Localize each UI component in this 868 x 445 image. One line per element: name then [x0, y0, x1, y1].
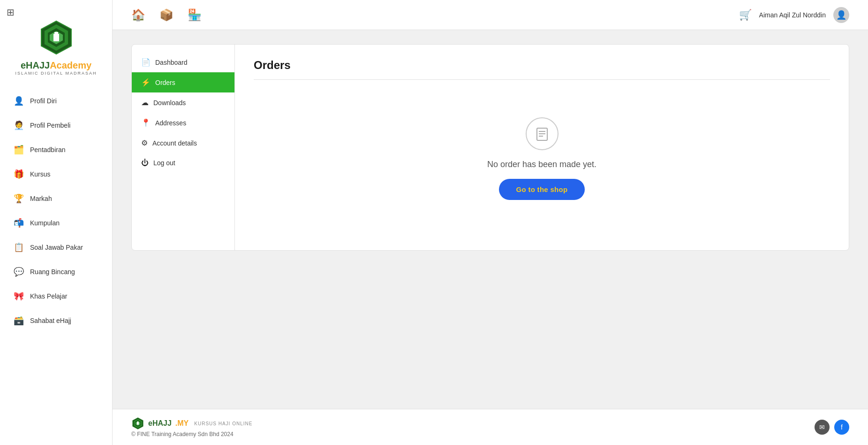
sidebar-item-label: Soal Jawab Pakar: [30, 244, 83, 251]
svg-rect-4: [53, 34, 59, 41]
footer-copyright: © FINE Training Academy Sdn Bhd 2024: [131, 431, 252, 437]
kumpulan-icon: 📬: [12, 216, 25, 230]
account-menu-orders[interactable]: ⚡ Orders: [132, 72, 234, 92]
logo-academy: Academy: [50, 60, 91, 71]
sidebar-item-kursus[interactable]: 🎁 Kursus: [5, 163, 107, 185]
footer-logo-text: eHAJJ: [148, 419, 172, 428]
svg-rect-5: [54, 32, 58, 34]
sidebar-item-label: Profil Pembeli: [30, 122, 70, 129]
footer-logo-suffix: .MY: [175, 419, 189, 428]
empty-orders-icon: [526, 117, 559, 150]
khas-pelajar-icon: 🎀: [12, 290, 25, 303]
footer: eHAJJ.MY KURSUS HAJI ONLINE © FINE Train…: [113, 409, 868, 445]
sidebar-toggle-icon[interactable]: ⊞: [7, 7, 15, 18]
logo-hajj: HAJJ: [26, 60, 50, 71]
avatar-icon: 👤: [836, 10, 846, 20]
footer-logo-icon: [131, 417, 144, 430]
home-icon[interactable]: 🏠: [131, 8, 145, 22]
main-area: ⊞ 🏠 📦 🏪 🛒 Aiman Aqil Zul Norddin 👤 📄 Das…: [113, 0, 868, 445]
cart-icon[interactable]: 🛒: [739, 9, 752, 21]
sidebar-item-pentadbiran[interactable]: 🗂️ Pentadbiran: [5, 138, 107, 161]
account-menu-account-details-label: Account details: [152, 139, 197, 147]
brand-logo: [38, 19, 75, 56]
orders-content: Orders No order has been made yet. Go to…: [235, 45, 849, 250]
sidebar-item-soal-jawab[interactable]: 📋 Soal Jawab Pakar: [5, 236, 107, 259]
content-area: 📄 Dashboard ⚡ Orders ☁ Downloads 📍 Addre…: [113, 30, 868, 409]
sidebar-item-label: Markah: [30, 195, 52, 202]
sidebar-item-khas-pelajar[interactable]: 🎀 Khas Pelajar: [5, 285, 107, 307]
svg-rect-15: [137, 422, 139, 422]
sidebar-item-profil-diri[interactable]: 👤 Profil Diri: [5, 90, 107, 112]
account-menu-dashboard[interactable]: 📄 Dashboard: [132, 52, 234, 72]
user-avatar[interactable]: 👤: [833, 7, 849, 23]
sidebar-item-label: Sahabat eHajj: [30, 317, 71, 324]
account-menu-dashboard-label: Dashboard: [155, 59, 188, 66]
user-name: Aiman Aqil Zul Norddin: [759, 11, 826, 19]
account-menu-logout-label: Log out: [153, 159, 175, 167]
sidebar-item-kumpulan[interactable]: 📬 Kumpulan: [5, 212, 107, 234]
logout-icon: ⏻: [141, 159, 149, 167]
downloads-icon: ☁: [141, 98, 149, 107]
sidebar-item-label: Kumpulan: [30, 219, 60, 227]
account-menu-downloads-label: Downloads: [153, 99, 186, 107]
sidebar: eHAJJAcademy ISLAMIC DIGITAL MADRASAH 👤 …: [0, 0, 113, 445]
account-menu-addresses[interactable]: 📍 Addresses: [132, 113, 234, 133]
sidebar-item-label: Kursus: [30, 170, 51, 178]
top-nav-right: 🛒 Aiman Aqil Zul Norddin 👤: [739, 7, 849, 23]
footer-logo: eHAJJ.MY KURSUS HAJI ONLINE: [131, 417, 252, 430]
kursus-icon: 🎁: [12, 168, 25, 181]
store-icon[interactable]: 🏪: [188, 8, 202, 22]
go-to-shop-button[interactable]: Go to the shop: [499, 179, 584, 200]
account-details-icon: ⚙: [141, 138, 148, 147]
account-card: 📄 Dashboard ⚡ Orders ☁ Downloads 📍 Addre…: [131, 44, 849, 251]
logo-area: eHAJJAcademy ISLAMIC DIGITAL MADRASAH: [15, 9, 97, 90]
facebook-social-icon[interactable]: f: [834, 420, 849, 435]
account-menu-orders-label: Orders: [155, 79, 175, 86]
sidebar-item-profil-pembeli[interactable]: 🧑‍💼 Profil Pembeli: [5, 114, 107, 137]
ruang-bincang-icon: 💬: [12, 265, 25, 278]
page-title: Orders: [254, 59, 830, 80]
dashboard-icon: 📄: [141, 58, 151, 67]
account-sidebar: 📄 Dashboard ⚡ Orders ☁ Downloads 📍 Addre…: [132, 45, 235, 250]
orders-icon: ⚡: [141, 78, 151, 87]
account-menu-logout[interactable]: ⏻ Log out: [132, 153, 234, 173]
sidebar-nav: 👤 Profil Diri 🧑‍💼 Profil Pembeli 🗂️ Pent…: [0, 90, 112, 334]
empty-orders-message: No order has been made yet.: [487, 160, 596, 169]
soal-jawab-icon: 📋: [12, 241, 25, 254]
svg-rect-14: [137, 422, 139, 425]
empty-state: No order has been made yet. Go to the sh…: [254, 89, 830, 228]
account-menu-downloads[interactable]: ☁ Downloads: [132, 92, 234, 113]
sidebar-item-label: Profil Diri: [30, 97, 57, 105]
footer-social: ✉ f: [815, 420, 849, 435]
footer-tagline: KURSUS HAJI ONLINE: [194, 421, 252, 426]
sidebar-item-label: Ruang Bincang: [30, 268, 75, 276]
sahabat-ehajj-icon: 🗃️: [12, 314, 25, 327]
sidebar-item-markah[interactable]: 🏆 Markah: [5, 187, 107, 210]
account-menu-account-details[interactable]: ⚙ Account details: [132, 133, 234, 153]
sidebar-item-label: Pentadbiran: [30, 146, 66, 153]
top-nav-icons: 🏠 📦 🏪: [131, 8, 725, 22]
email-social-icon[interactable]: ✉: [815, 420, 830, 435]
profil-diri-icon: 👤: [12, 94, 25, 107]
top-nav: ⊞ 🏠 📦 🏪 🛒 Aiman Aqil Zul Norddin 👤: [113, 0, 868, 30]
shop-bag-icon[interactable]: 📦: [159, 8, 174, 22]
addresses-icon: 📍: [141, 118, 151, 127]
markah-icon: 🏆: [12, 192, 25, 205]
pentadbiran-icon: 🗂️: [12, 143, 25, 156]
sidebar-item-label: Khas Pelajar: [30, 292, 67, 300]
logo-e: e: [21, 60, 26, 71]
profil-pembeli-icon: 🧑‍💼: [12, 119, 25, 132]
sidebar-item-ruang-bincang[interactable]: 💬 Ruang Bincang: [5, 261, 107, 283]
logo-subtitle: ISLAMIC DIGITAL MADRASAH: [15, 71, 97, 76]
account-menu-addresses-label: Addresses: [155, 119, 186, 127]
sidebar-item-sahabat-ehajj[interactable]: 🗃️ Sahabat eHajj: [5, 309, 107, 332]
